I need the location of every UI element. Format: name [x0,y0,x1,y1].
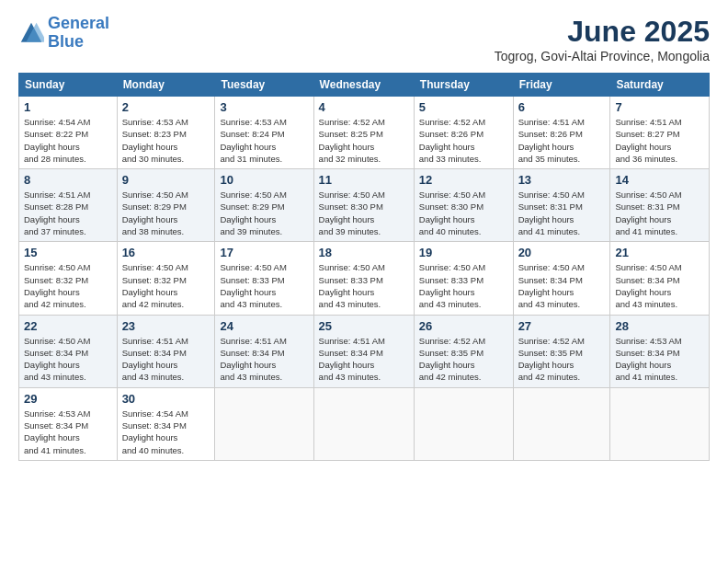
day-info: Sunrise: 4:53 AM Sunset: 8:23 PM Dayligh… [122,116,210,165]
table-row: 5 Sunrise: 4:52 AM Sunset: 8:26 PM Dayli… [414,97,513,169]
table-row: 15 Sunrise: 4:50 AM Sunset: 8:32 PM Dayl… [19,242,118,315]
day-number: 3 [220,100,308,114]
day-number: 5 [419,100,508,114]
day-info: Sunrise: 4:50 AM Sunset: 8:32 PM Dayligh… [24,261,112,310]
page: General Blue June 2025 Togrog, Govi-Alta… [0,0,728,470]
col-header-monday: Monday [117,74,215,97]
col-header-saturday: Saturday [610,74,710,97]
table-row: 3 Sunrise: 4:53 AM Sunset: 8:24 PM Dayli… [215,97,313,169]
day-info: Sunrise: 4:50 AM Sunset: 8:33 PM Dayligh… [220,261,308,310]
day-info: Sunrise: 4:51 AM Sunset: 8:28 PM Dayligh… [24,189,112,237]
col-header-sunday: Sunday [19,74,118,97]
day-info: Sunrise: 4:51 AM Sunset: 8:34 PM Dayligh… [319,335,409,384]
day-number: 28 [615,319,704,333]
table-row: 25 Sunrise: 4:51 AM Sunset: 8:34 PM Dayl… [313,315,414,387]
table-row: 29 Sunrise: 4:53 AM Sunset: 8:34 PM Dayl… [19,387,118,460]
table-row: 17 Sunrise: 4:50 AM Sunset: 8:33 PM Dayl… [215,242,313,315]
day-info: Sunrise: 4:54 AM Sunset: 8:34 PM Dayligh… [122,408,210,456]
day-number: 22 [24,319,112,333]
day-info: Sunrise: 4:50 AM Sunset: 8:29 PM Dayligh… [122,189,210,237]
day-info: Sunrise: 4:53 AM Sunset: 8:34 PM Dayligh… [615,335,704,384]
table-row: 28 Sunrise: 4:53 AM Sunset: 8:34 PM Dayl… [610,315,710,387]
day-number: 19 [419,246,508,259]
day-number: 14 [615,173,704,187]
day-number: 10 [220,173,308,187]
table-row [513,387,610,460]
table-row: 20 Sunrise: 4:50 AM Sunset: 8:34 PM Dayl… [513,242,610,315]
logo: General Blue [18,15,109,52]
table-row: 12 Sunrise: 4:50 AM Sunset: 8:30 PM Dayl… [414,169,513,242]
day-number: 20 [518,246,606,259]
table-row: 11 Sunrise: 4:50 AM Sunset: 8:30 PM Dayl… [313,169,414,242]
day-info: Sunrise: 4:52 AM Sunset: 8:35 PM Dayligh… [518,335,606,384]
table-row: 24 Sunrise: 4:51 AM Sunset: 8:34 PM Dayl… [215,315,313,387]
table-row: 14 Sunrise: 4:50 AM Sunset: 8:31 PM Dayl… [610,169,710,242]
table-row: 10 Sunrise: 4:50 AM Sunset: 8:29 PM Dayl… [215,169,313,242]
day-number: 15 [24,246,112,259]
day-number: 7 [615,100,704,114]
day-info: Sunrise: 4:50 AM Sunset: 8:33 PM Dayligh… [419,261,508,310]
table-row: 23 Sunrise: 4:51 AM Sunset: 8:34 PM Dayl… [117,315,215,387]
day-number: 8 [24,173,112,187]
day-number: 23 [122,319,210,333]
day-info: Sunrise: 4:51 AM Sunset: 8:34 PM Dayligh… [122,335,210,384]
day-number: 17 [220,246,308,259]
day-info: Sunrise: 4:50 AM Sunset: 8:30 PM Dayligh… [419,189,508,237]
day-info: Sunrise: 4:53 AM Sunset: 8:24 PM Dayligh… [220,116,308,165]
header: General Blue June 2025 Togrog, Govi-Alta… [18,15,710,63]
table-row: 19 Sunrise: 4:50 AM Sunset: 8:33 PM Dayl… [414,242,513,315]
day-number: 21 [615,246,704,259]
day-number: 25 [319,319,409,333]
table-row: 27 Sunrise: 4:52 AM Sunset: 8:35 PM Dayl… [513,315,610,387]
table-row: 30 Sunrise: 4:54 AM Sunset: 8:34 PM Dayl… [117,387,215,460]
day-number: 29 [24,392,112,406]
col-header-friday: Friday [513,74,610,97]
table-row: 16 Sunrise: 4:50 AM Sunset: 8:32 PM Dayl… [117,242,215,315]
day-number: 12 [419,173,508,187]
month-title: June 2025 [495,15,710,49]
day-info: Sunrise: 4:51 AM Sunset: 8:27 PM Dayligh… [615,116,704,165]
day-info: Sunrise: 4:51 AM Sunset: 8:26 PM Dayligh… [518,116,606,165]
day-info: Sunrise: 4:51 AM Sunset: 8:34 PM Dayligh… [220,335,308,384]
table-row [610,387,710,460]
day-info: Sunrise: 4:50 AM Sunset: 8:31 PM Dayligh… [518,189,606,237]
col-header-thursday: Thursday [414,74,513,97]
table-row: 18 Sunrise: 4:50 AM Sunset: 8:33 PM Dayl… [313,242,414,315]
table-row [215,387,313,460]
day-info: Sunrise: 4:53 AM Sunset: 8:34 PM Dayligh… [24,408,112,456]
day-number: 27 [518,319,606,333]
day-number: 9 [122,173,210,187]
table-row: 7 Sunrise: 4:51 AM Sunset: 8:27 PM Dayli… [610,97,710,169]
day-info: Sunrise: 4:52 AM Sunset: 8:35 PM Dayligh… [419,335,508,384]
col-header-tuesday: Tuesday [215,74,313,97]
day-info: Sunrise: 4:50 AM Sunset: 8:32 PM Dayligh… [122,261,210,310]
table-row: 4 Sunrise: 4:52 AM Sunset: 8:25 PM Dayli… [313,97,414,169]
table-row: 2 Sunrise: 4:53 AM Sunset: 8:23 PM Dayli… [117,97,215,169]
table-row: 22 Sunrise: 4:50 AM Sunset: 8:34 PM Dayl… [19,315,118,387]
day-number: 24 [220,319,308,333]
subtitle: Togrog, Govi-Altai Province, Mongolia [495,49,710,63]
title-block: June 2025 Togrog, Govi-Altai Province, M… [495,15,710,63]
table-row: 21 Sunrise: 4:50 AM Sunset: 8:34 PM Dayl… [610,242,710,315]
day-number: 4 [319,100,409,114]
day-number: 1 [24,100,112,114]
logo-icon [18,20,44,46]
day-number: 13 [518,173,606,187]
day-number: 11 [319,173,409,187]
day-info: Sunrise: 4:50 AM Sunset: 8:34 PM Dayligh… [518,261,606,310]
day-number: 2 [122,100,210,114]
day-info: Sunrise: 4:50 AM Sunset: 8:29 PM Dayligh… [220,189,308,237]
day-info: Sunrise: 4:54 AM Sunset: 8:22 PM Dayligh… [24,116,112,165]
day-info: Sunrise: 4:50 AM Sunset: 8:31 PM Dayligh… [615,189,704,237]
table-row: 1 Sunrise: 4:54 AM Sunset: 8:22 PM Dayli… [19,97,118,169]
day-info: Sunrise: 4:50 AM Sunset: 8:34 PM Dayligh… [24,335,112,384]
table-row: 6 Sunrise: 4:51 AM Sunset: 8:26 PM Dayli… [513,97,610,169]
logo-text: General Blue [48,15,109,52]
day-info: Sunrise: 4:52 AM Sunset: 8:25 PM Dayligh… [319,116,409,165]
table-row [414,387,513,460]
col-header-wednesday: Wednesday [313,74,414,97]
table-row: 8 Sunrise: 4:51 AM Sunset: 8:28 PM Dayli… [19,169,118,242]
day-info: Sunrise: 4:50 AM Sunset: 8:34 PM Dayligh… [615,261,704,310]
day-number: 30 [122,392,210,406]
table-row: 9 Sunrise: 4:50 AM Sunset: 8:29 PM Dayli… [117,169,215,242]
